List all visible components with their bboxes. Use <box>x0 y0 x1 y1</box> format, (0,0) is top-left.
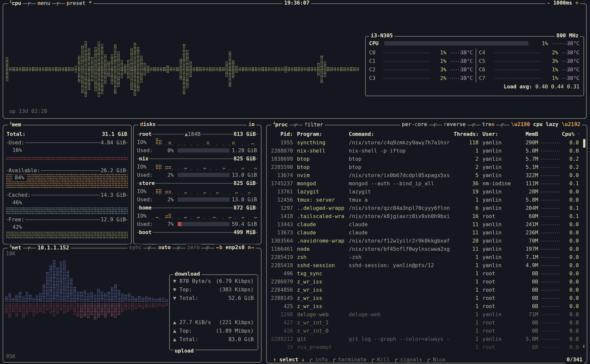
menu-button[interactable]: menu <box>36 0 52 6</box>
proc-col-header-cpu[interactable]: Cpu% ↑ <box>562 130 579 138</box>
proc-col-header-dots[interactable] <box>538 130 562 138</box>
proc-col-header-program[interactable]: Program: <box>293 130 345 138</box>
net-box-title[interactable]: 3net <box>8 244 23 251</box>
proc-col-header-threads[interactable]: Threads: <box>454 130 479 138</box>
disk-used-value: 1.28 GiB <box>232 147 257 154</box>
proc-row[interactable]: 2288070nix-shellnix-shell -p iftop1yanli… <box>269 147 583 155</box>
proc-footer-nice-button[interactable]: Nice <box>431 356 447 363</box>
proc-row[interactable]: 2285419zsh-zsh1yanlin7.1M0.0 <box>269 253 583 261</box>
proc-cell-command: /nix/store/c4q9zmkzy9awy7h7a1hsr <box>345 138 454 147</box>
proc-footer-kill-button[interactable]: Kill <box>375 356 391 363</box>
proc-mem-graph <box>541 273 560 274</box>
proc-footer-terminate-button[interactable]: terminate <box>337 356 368 363</box>
select-up-button[interactable]: ↑ <box>273 356 276 363</box>
cpu-box-title[interactable]: 1cpu <box>8 0 23 6</box>
proc-col-header-mem[interactable]: MemB <box>519 130 538 138</box>
proc-row[interactable]: 2288212gitgit log --graph --color=always… <box>269 335 583 343</box>
proc-cell-mem: 5.1M <box>519 163 538 171</box>
proc-box-title[interactable]: 4proc <box>271 121 289 128</box>
proc-row[interactable]: 1303564.navidrome-wrap/nix/store/f12w1yi… <box>269 237 583 245</box>
net-interface-name: enp2s0 <box>226 244 245 250</box>
proc-col-header-pid[interactable]: Pid: <box>269 130 293 138</box>
net-auto-button[interactable]: auto <box>156 244 172 250</box>
proc-row[interactable]: 2284856z_wr_iss1root0B0.0 <box>269 286 583 294</box>
scroll-down-arrow[interactable]: ↓ <box>582 343 585 349</box>
proc-cell-command <box>345 318 454 327</box>
proc-cell-pid: 13674 <box>269 171 293 179</box>
proc-row[interactable]: 13674nvim/nix/store/ix0b67dcdpl05xpagx5x… <box>269 171 583 179</box>
disk-name: nix <box>139 155 148 162</box>
proc-row[interactable]: 1166461node/nix/store/bf45nflf0wylnscwwa… <box>269 245 583 253</box>
core-name: C2 <box>369 66 375 73</box>
proc-row[interactable]: 1838699btopbtop2yanlin5.7M0.2 <box>269 155 583 163</box>
proc-cell-cpu: 0.0 <box>562 188 579 196</box>
proc-row[interactable]: 427z_wr_int_11root0B0.0 <box>269 318 583 327</box>
proc-row[interactable]: 425z_wr_iss1root0B0.0 <box>269 302 583 310</box>
proc-cell-program: node <box>293 245 345 253</box>
preset-button[interactable]: preset * <box>65 0 93 6</box>
proc-col-header-user[interactable]: User: <box>479 130 519 138</box>
proc-row[interactable]: 1955syncthing/nix/store/c4q9zmkzy9awy7h7… <box>269 138 583 147</box>
net-sync-button[interactable]: sync <box>128 244 144 250</box>
proc-col-header-command[interactable]: Command: <box>345 130 454 138</box>
proc-cell-command: git log --graph --color=always - <box>345 335 454 343</box>
core-name: C7 <box>479 75 485 81</box>
mem-row-pct: 84% <box>12 174 27 181</box>
proc-row[interactable]: 13761lazygitlazygit19yanlin28M0.0 <box>269 188 583 196</box>
mem-box-title[interactable]: 2mem <box>8 121 23 128</box>
proc-row[interactable]: 19rcu_preempt1root0B0.0 <box>269 343 583 351</box>
tree-toggle[interactable]: tree <box>481 121 497 127</box>
proc-cell-program: z_wr_iss <box>293 302 345 310</box>
proc-cell-user: yanlin <box>479 171 519 179</box>
per-core-toggle[interactable]: per-core <box>400 121 429 127</box>
net-interface-prev-button[interactable]: ←b <box>216 244 222 250</box>
select-down-button[interactable]: ↓ <box>302 356 305 363</box>
proc-row[interactable]: 13443claudeclaude11yanlin241M0.0 <box>269 220 583 228</box>
proc-cell-command: claude <box>345 220 454 228</box>
proc-row[interactable]: 2285590btopbtop2yanlin5.1M0.2 <box>269 163 583 171</box>
net-stats-panel: download ▼ 870 Byte/s (6.79 Kibps) ▼ Top… <box>169 274 258 350</box>
proc-cell-mem: 204M <box>519 204 538 212</box>
proc-row[interactable]: 2285418sshd-sessionsshd-session: yanlin@… <box>269 261 583 269</box>
proc-cell-mem: 0B <box>519 343 538 351</box>
proc-cell-user: yanlin <box>479 163 519 171</box>
net-interface-next-button[interactable]: n→ <box>248 244 254 250</box>
disks-io-toggle[interactable]: io <box>247 121 256 127</box>
proc-cell-program: nvim <box>293 171 345 179</box>
disk-used-row: Used:0%1.28 GiB <box>137 147 258 154</box>
reverse-toggle[interactable]: reverse <box>442 121 467 127</box>
select-button[interactable]: select <box>279 356 298 363</box>
proc-row[interactable]: 1745237mongodmongod --auth --bind_ip_all… <box>269 179 583 188</box>
proc-row[interactable]: 1418.tailscaled-wra/nix/store/k8jgiaxrz8… <box>269 212 583 220</box>
mem-row-pct: 46% <box>12 199 22 206</box>
proc-row[interactable]: 1297..deluged-wrapp/nix/store/qzc04a3npl… <box>269 204 583 212</box>
cpu-frequency: 800 MHz <box>555 32 580 39</box>
proc-cell-program: tmux: server <box>293 196 345 204</box>
net-interface-selector: ←b enp2s0 n→ <box>214 244 256 250</box>
proc-cell-program: lazygit <box>293 188 345 196</box>
proc-row[interactable]: 496txg_sync1root0B0.0 <box>269 269 583 278</box>
proc-row[interactable]: 2288145z_wr_iss1root0B0.0 <box>269 294 583 302</box>
proc-cell-program: btop <box>293 163 345 171</box>
interval-minus-button[interactable]: - <box>547 0 550 6</box>
interval-plus-button[interactable]: + <box>575 0 579 6</box>
net-zero-button[interactable]: zero <box>186 244 202 250</box>
upload-speed: 27.7 KiB/s <box>179 319 211 325</box>
proc-cell-pid: 13673 <box>269 228 293 237</box>
sort-selector[interactable]: \u2190 cpu lazy \u2192 <box>509 121 582 127</box>
filter-button[interactable]: filter <box>303 121 325 128</box>
core-graph <box>384 61 429 62</box>
proc-cell-command <box>345 269 454 278</box>
proc-row[interactable]: 13673claudeclaude11yanlin236M0.0 <box>269 228 583 237</box>
mem-row-pct: 16% <box>12 147 22 153</box>
proc-footer-signals-button[interactable]: signals <box>399 356 424 363</box>
scrollbar-thumb[interactable] <box>583 139 585 148</box>
disks-box-title[interactable]: disks <box>138 121 157 127</box>
proc-footer-info-button[interactable]: info <box>313 356 329 363</box>
proc-row[interactable]: 12456tmux: servertmux a1yanlin5.8M0.0 <box>269 196 583 204</box>
proc-row[interactable]: 426z_wr_int_01root0B0.0 <box>269 327 583 335</box>
proc-cell-cpu: 0.0 <box>562 245 579 253</box>
download-total-label: Total: <box>179 295 198 301</box>
proc-row[interactable]: 2286979z_wr_iss1root0B0.0 <box>269 278 583 286</box>
proc-row[interactable]: 1298deluge-webdeluge-web1yanlin71M0.0 <box>269 310 583 318</box>
